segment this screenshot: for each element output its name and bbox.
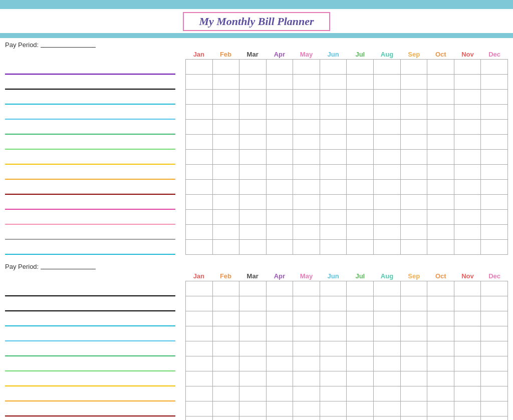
grid-cell[interactable] bbox=[320, 180, 347, 195]
grid-cell[interactable] bbox=[266, 326, 293, 341]
grid-cell[interactable] bbox=[186, 281, 213, 296]
grid-cell[interactable] bbox=[400, 165, 427, 180]
grid-cell[interactable] bbox=[374, 150, 401, 165]
grid-cell[interactable] bbox=[266, 296, 293, 311]
grid-cell[interactable] bbox=[212, 120, 239, 135]
grid-cell[interactable] bbox=[400, 341, 427, 356]
grid-cell[interactable] bbox=[212, 210, 239, 225]
grid-cell[interactable] bbox=[427, 180, 454, 195]
grid-cell[interactable] bbox=[481, 90, 508, 105]
grid-cell[interactable] bbox=[293, 311, 320, 326]
grid-cell[interactable] bbox=[266, 416, 293, 421]
grid-cell[interactable] bbox=[239, 195, 267, 210]
grid-cell[interactable] bbox=[454, 150, 481, 165]
grid-cell[interactable] bbox=[320, 120, 347, 135]
grid-cell[interactable] bbox=[374, 105, 401, 120]
grid-cell[interactable] bbox=[186, 386, 213, 401]
grid-cell[interactable] bbox=[266, 180, 293, 195]
grid-cell[interactable] bbox=[374, 311, 401, 326]
grid-cell[interactable] bbox=[320, 195, 347, 210]
grid-cell[interactable] bbox=[212, 386, 239, 401]
grid-cell[interactable] bbox=[212, 105, 239, 120]
grid-cell[interactable] bbox=[400, 90, 427, 105]
grid-cell[interactable] bbox=[347, 120, 374, 135]
grid-cell[interactable] bbox=[347, 371, 374, 386]
grid-cell[interactable] bbox=[266, 356, 293, 371]
grid-cell[interactable] bbox=[266, 240, 293, 255]
grid-cell[interactable] bbox=[293, 296, 320, 311]
grid-cell[interactable] bbox=[347, 401, 374, 416]
grid-cell[interactable] bbox=[374, 75, 401, 90]
grid-cell[interactable] bbox=[320, 165, 347, 180]
grid-cell[interactable] bbox=[212, 240, 239, 255]
grid-cell[interactable] bbox=[454, 135, 481, 150]
grid-cell[interactable] bbox=[427, 225, 454, 240]
grid-cell[interactable] bbox=[454, 90, 481, 105]
grid-cell[interactable] bbox=[400, 75, 427, 90]
grid-cell[interactable] bbox=[212, 150, 239, 165]
grid-cell[interactable] bbox=[427, 120, 454, 135]
grid-cell[interactable] bbox=[374, 195, 401, 210]
grid-cell[interactable] bbox=[266, 90, 293, 105]
grid-cell[interactable] bbox=[454, 165, 481, 180]
grid-cell[interactable] bbox=[427, 326, 454, 341]
grid-cell[interactable] bbox=[239, 90, 267, 105]
grid-cell[interactable] bbox=[347, 326, 374, 341]
grid-cell[interactable] bbox=[454, 416, 481, 421]
grid-cell[interactable] bbox=[293, 210, 320, 225]
grid-cell[interactable] bbox=[347, 225, 374, 240]
grid-cell[interactable] bbox=[266, 341, 293, 356]
grid-cell[interactable] bbox=[266, 371, 293, 386]
grid-cell[interactable] bbox=[293, 180, 320, 195]
grid-cell[interactable] bbox=[239, 105, 267, 120]
grid-cell[interactable] bbox=[320, 90, 347, 105]
grid-cell[interactable] bbox=[427, 371, 454, 386]
grid-cell[interactable] bbox=[454, 341, 481, 356]
grid-cell[interactable] bbox=[293, 165, 320, 180]
grid-cell[interactable] bbox=[427, 386, 454, 401]
grid-cell[interactable] bbox=[266, 150, 293, 165]
grid-cell[interactable] bbox=[212, 401, 239, 416]
grid-cell[interactable] bbox=[481, 195, 508, 210]
grid-cell[interactable] bbox=[266, 105, 293, 120]
grid-cell[interactable] bbox=[186, 90, 213, 105]
grid-cell[interactable] bbox=[320, 225, 347, 240]
grid-cell[interactable] bbox=[347, 75, 374, 90]
grid-cell[interactable] bbox=[186, 326, 213, 341]
grid-cell[interactable] bbox=[374, 240, 401, 255]
grid-cell[interactable] bbox=[400, 120, 427, 135]
grid-cell[interactable] bbox=[427, 165, 454, 180]
grid-cell[interactable] bbox=[266, 225, 293, 240]
grid-cell[interactable] bbox=[212, 60, 239, 75]
grid-cell[interactable] bbox=[347, 90, 374, 105]
grid-cell[interactable] bbox=[320, 105, 347, 120]
grid-cell[interactable] bbox=[427, 401, 454, 416]
grid-cell[interactable] bbox=[347, 165, 374, 180]
grid-cell[interactable] bbox=[212, 416, 239, 421]
grid-cell[interactable] bbox=[400, 225, 427, 240]
grid-cell[interactable] bbox=[481, 120, 508, 135]
grid-cell[interactable] bbox=[186, 135, 213, 150]
grid-cell[interactable] bbox=[239, 150, 267, 165]
grid-cell[interactable] bbox=[400, 210, 427, 225]
grid-cell[interactable] bbox=[239, 356, 267, 371]
grid-cell[interactable] bbox=[427, 210, 454, 225]
grid-cell[interactable] bbox=[374, 120, 401, 135]
grid-cell[interactable] bbox=[266, 135, 293, 150]
grid-cell[interactable] bbox=[427, 150, 454, 165]
grid-cell[interactable] bbox=[347, 341, 374, 356]
grid-cell[interactable] bbox=[374, 180, 401, 195]
grid-cell[interactable] bbox=[186, 210, 213, 225]
grid-cell[interactable] bbox=[481, 75, 508, 90]
grid-cell[interactable] bbox=[481, 60, 508, 75]
grid-cell[interactable] bbox=[293, 135, 320, 150]
grid-cell[interactable] bbox=[427, 240, 454, 255]
grid-cell[interactable] bbox=[400, 195, 427, 210]
grid-cell[interactable] bbox=[239, 75, 267, 90]
grid-cell[interactable] bbox=[347, 135, 374, 150]
grid-cell[interactable] bbox=[347, 416, 374, 421]
grid-cell[interactable] bbox=[400, 60, 427, 75]
grid-cell[interactable] bbox=[347, 311, 374, 326]
grid-cell[interactable] bbox=[400, 401, 427, 416]
grid-cell[interactable] bbox=[454, 210, 481, 225]
